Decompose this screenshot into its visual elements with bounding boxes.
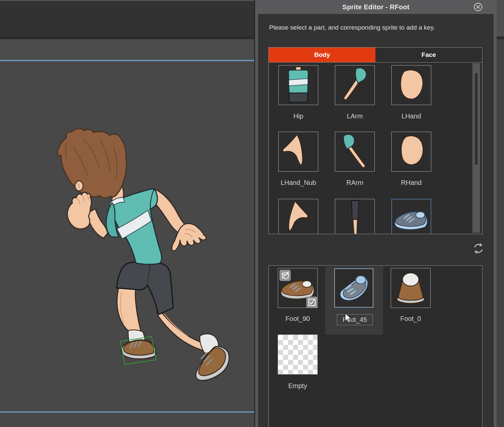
character-running-boy[interactable] bbox=[0, 0, 255, 427]
tab-bar: Body Face bbox=[268, 47, 482, 63]
foot-0-sprite-icon bbox=[391, 268, 430, 308]
sprite-label-empty[interactable]: Empty bbox=[274, 382, 321, 390]
tab-body[interactable]: Body bbox=[269, 48, 375, 62]
hip-sprite-icon bbox=[279, 66, 318, 105]
sprite-label-foot-45[interactable]: Foot_45 bbox=[337, 314, 373, 325]
part-label[interactable]: RArm bbox=[327, 179, 383, 187]
part-thumb-nub[interactable] bbox=[278, 199, 318, 234]
sprite-choices-panel: Foot_90 Foot_45 Foot_0 Empty bbox=[268, 265, 482, 427]
part-thumb-rhand[interactable] bbox=[391, 132, 431, 172]
rhand-sprite-icon bbox=[392, 132, 431, 171]
part-thumb-leg[interactable] bbox=[335, 199, 375, 234]
app-right-strip bbox=[497, 0, 504, 37]
dialog-titlebar[interactable]: Sprite Editor - RFoot bbox=[255, 0, 497, 14]
part-thumb-lhand[interactable] bbox=[391, 65, 431, 105]
part-label[interactable]: Hip bbox=[270, 112, 327, 120]
sprite-thumb-foot-0[interactable] bbox=[391, 268, 431, 308]
leg-sprite-icon bbox=[335, 199, 374, 234]
part-thumb-rfoot-selected[interactable] bbox=[391, 199, 431, 234]
left-hand bbox=[67, 192, 91, 229]
dialog-title: Sprite Editor - RFoot bbox=[343, 3, 410, 11]
part-thumb-rarm[interactable] bbox=[335, 132, 375, 172]
render-off-icon bbox=[279, 270, 291, 281]
sprite-thumb-foot-45-selected[interactable] bbox=[334, 268, 373, 308]
parts-scrollbar-thumb[interactable] bbox=[475, 73, 478, 165]
refresh-sync-icon[interactable] bbox=[472, 242, 485, 255]
part-label[interactable]: RHand bbox=[383, 179, 440, 187]
hair bbox=[57, 129, 127, 198]
nub-sprite-icon bbox=[279, 199, 318, 234]
tab-face[interactable]: Face bbox=[375, 48, 482, 62]
dialog-content: Please select a part, and corresponding … bbox=[258, 14, 494, 427]
larm-sprite-icon bbox=[335, 66, 374, 105]
app-right-strip-separator bbox=[497, 37, 504, 39]
part-label[interactable]: LArm bbox=[327, 112, 383, 120]
app-right-strip-lower bbox=[497, 39, 504, 427]
part-label[interactable]: LHand bbox=[383, 112, 440, 120]
application-window: Sprite Editor - RFoot Please select a pa… bbox=[0, 0, 504, 427]
parts-scrollbar[interactable] bbox=[472, 63, 480, 233]
instruction-text: Please select a part, and corresponding … bbox=[269, 24, 435, 31]
part-thumb-lhand-nub[interactable] bbox=[278, 132, 318, 172]
checkbox-checked-icon bbox=[306, 297, 318, 308]
sprite-thumb-foot-90[interactable] bbox=[278, 268, 318, 308]
part-thumb-hip[interactable] bbox=[278, 65, 318, 105]
rarm-sprite-icon bbox=[335, 132, 374, 171]
foot-45-sprite-icon bbox=[335, 269, 373, 307]
lhand-sprite-icon bbox=[392, 66, 431, 105]
close-icon[interactable] bbox=[473, 2, 483, 12]
sprite-label-foot-90[interactable]: Foot_90 bbox=[274, 315, 321, 323]
sprite-editor-dialog: Sprite Editor - RFoot Please select a pa… bbox=[254, 0, 497, 427]
sprite-label-foot-0[interactable]: Foot_0 bbox=[387, 315, 434, 323]
sprite-thumb-empty[interactable] bbox=[278, 335, 318, 374]
lhand-nub-sprite-icon bbox=[279, 132, 318, 171]
part-label[interactable]: LHand_Nub bbox=[270, 179, 327, 187]
rfoot-sprite-icon bbox=[392, 200, 431, 234]
parts-grid: Hip LArm LHand bbox=[268, 63, 482, 234]
part-thumb-larm[interactable] bbox=[335, 65, 375, 105]
